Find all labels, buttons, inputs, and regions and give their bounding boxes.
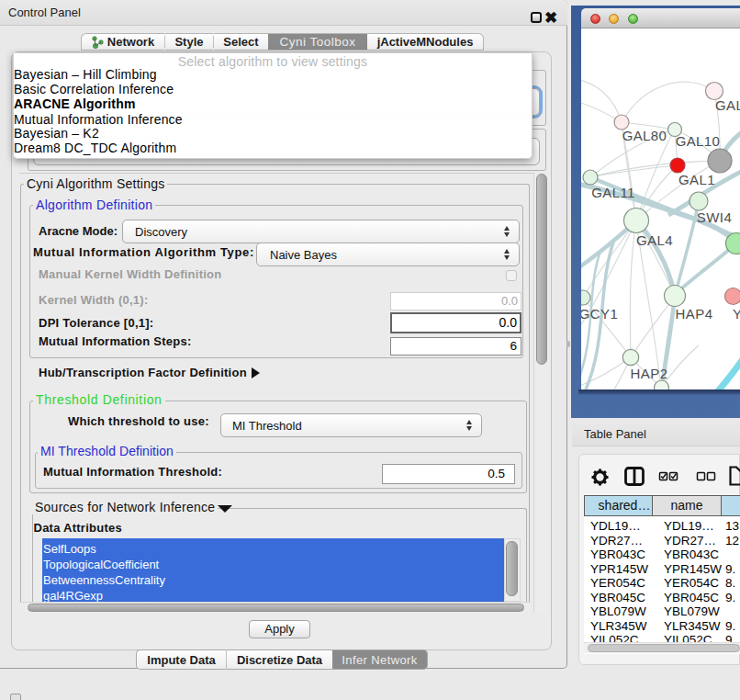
svg-text:GAL11: GAL11 <box>591 185 635 200</box>
svg-text:YM: YM <box>733 306 740 322</box>
svg-text:GAL4: GAL4 <box>636 232 673 248</box>
svg-text:SWI4: SWI4 <box>697 209 732 225</box>
svg-text:HAP4: HAP4 <box>676 306 713 322</box>
svg-text:HAP2: HAP2 <box>631 366 668 381</box>
svg-text:GAL10: GAL10 <box>676 133 721 149</box>
svg-text:GCY1: GCY1 <box>581 306 618 322</box>
svg-text:GAL80: GAL80 <box>622 128 667 143</box>
svg-text:GAL1: GAL1 <box>678 172 715 187</box>
svg-text:GAL2: GAL2 <box>715 97 740 113</box>
